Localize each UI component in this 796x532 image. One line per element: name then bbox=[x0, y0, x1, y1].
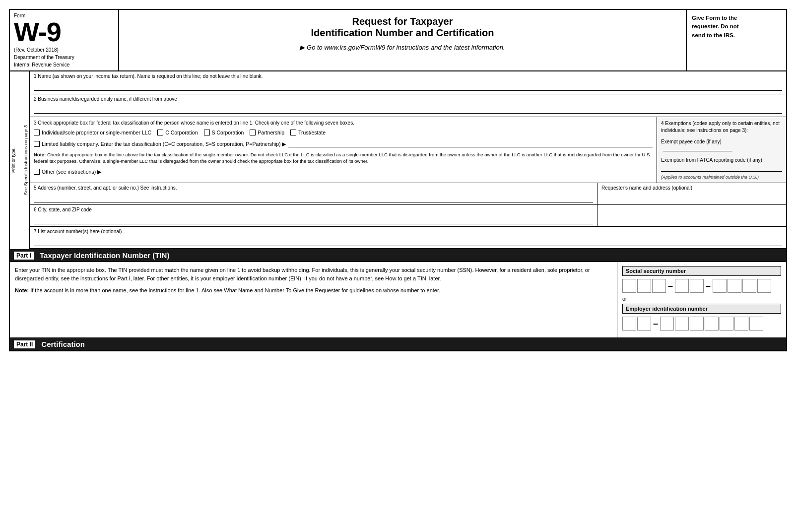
line3-label: 3 Check appropriate box for federal tax … bbox=[34, 120, 653, 126]
exemptions-panel: 4 Exemptions (codes apply only to certai… bbox=[657, 117, 786, 183]
dept: Department of the Treasury bbox=[14, 55, 114, 60]
individual-checkbox[interactable] bbox=[34, 130, 40, 135]
ein-cell-7[interactable] bbox=[720, 317, 733, 331]
part1-description: Enter your TIN in the appropriate box. T… bbox=[15, 266, 612, 282]
c-corp-label: C Corporation bbox=[165, 130, 198, 135]
exempt-payee-input[interactable] bbox=[663, 144, 732, 151]
llc-checkbox[interactable] bbox=[34, 141, 40, 147]
other-label: Other (see instructions) ▶ bbox=[42, 169, 101, 175]
c-corp-checkbox[interactable] bbox=[157, 130, 163, 135]
ein-cell-9[interactable] bbox=[749, 317, 763, 331]
ssn-cell-3[interactable] bbox=[652, 279, 666, 293]
header-right: Give Form to the requester. Do not send … bbox=[687, 10, 786, 70]
sidebar-label: Print or type.See Specific Instructions … bbox=[9, 123, 30, 198]
exempt-payee-label: Exempt payee code (if any) bbox=[661, 139, 722, 144]
ssn-cell-5[interactable] bbox=[690, 279, 704, 293]
form-w9: Form W-9 (Rev. October 2018) Department … bbox=[9, 9, 787, 351]
other-row: Other (see instructions) ▶ bbox=[34, 169, 653, 175]
line7-row: 7 List account number(s) here (optional) bbox=[30, 227, 786, 249]
ein-cell-6[interactable] bbox=[705, 317, 719, 331]
line2-input[interactable] bbox=[34, 105, 782, 114]
ssn-group2 bbox=[675, 279, 704, 293]
rev-date: (Rev. October 2018) bbox=[14, 47, 114, 53]
part1-left: Enter your TIN in the appropriate box. T… bbox=[10, 262, 617, 337]
ssn-dash2: – bbox=[706, 281, 711, 291]
line4-label: 4 Exemptions (codes apply only to certai… bbox=[661, 120, 782, 134]
part1-right: Social security number – – bbox=[617, 262, 786, 337]
ein-cell-1[interactable] bbox=[622, 317, 636, 331]
right-text-line2: requester. Do not bbox=[692, 23, 739, 29]
part1-body: Enter your TIN in the appropriate box. T… bbox=[10, 262, 786, 338]
ssn-cell-6[interactable] bbox=[713, 279, 727, 293]
line3-row: 3 Check appropriate box for federal tax … bbox=[30, 117, 786, 183]
sidebar-text-container: Print or type.See Specific Instructions … bbox=[10, 71, 29, 249]
form-body: Print or type.See Specific Instructions … bbox=[10, 71, 786, 249]
llc-row: Limited liability company. Enter the tax… bbox=[34, 140, 653, 147]
line6-label: 6 City, state, and ZIP code bbox=[34, 207, 593, 212]
part2-badge: Part II bbox=[14, 340, 35, 348]
line5-input[interactable] bbox=[34, 194, 593, 202]
ssn-grid: – – bbox=[622, 279, 781, 293]
ein-dash: – bbox=[653, 319, 658, 329]
ssn-cell-9[interactable] bbox=[757, 279, 771, 293]
line5-row: 5 Address (number, street, and apt. or s… bbox=[30, 183, 786, 205]
other-checkbox[interactable] bbox=[34, 169, 40, 175]
ein-cell-8[interactable] bbox=[734, 317, 748, 331]
s-corp-label: S Corporation bbox=[212, 130, 244, 135]
individual-label: Individual/sole proprietor or single-mem… bbox=[42, 130, 151, 135]
line2-label: 2 Business name/disregarded entity name,… bbox=[34, 96, 782, 102]
line1-input[interactable] bbox=[34, 82, 782, 91]
llc-note: Note: Check the appropriate box in the l… bbox=[34, 151, 653, 165]
s-corp-checkbox[interactable] bbox=[204, 130, 210, 135]
part1-title: Taxpayer Identification Number (TIN) bbox=[40, 251, 169, 260]
line7-label: 7 List account number(s) here (optional) bbox=[34, 229, 782, 234]
note-text1: Check the appropriate box in the line ab… bbox=[47, 152, 568, 157]
ein-grid: – bbox=[622, 317, 781, 331]
exempt-payee-row: Exempt payee code (if any) bbox=[661, 139, 782, 152]
ssn-cell-2[interactable] bbox=[637, 279, 651, 293]
line7-input[interactable] bbox=[34, 237, 782, 246]
ssn-label: Social security number bbox=[622, 266, 781, 276]
checkbox-trust: Trust/estate bbox=[290, 130, 326, 135]
right-text-line3: send to the IRS. bbox=[692, 32, 735, 38]
line3-left: 3 Check appropriate box for federal tax … bbox=[30, 117, 657, 183]
ein-cell-3[interactable] bbox=[660, 317, 674, 331]
line6-input[interactable] bbox=[34, 215, 593, 224]
ein-group2 bbox=[660, 317, 763, 331]
ein-cell-4[interactable] bbox=[675, 317, 689, 331]
ein-cell-5[interactable] bbox=[690, 317, 704, 331]
part1-note-bold: Note: bbox=[15, 287, 29, 293]
ssn-cell-1[interactable] bbox=[622, 279, 636, 293]
fatca-label-text: Exemption from FATCA reporting code (if … bbox=[661, 157, 762, 163]
fatca-input[interactable] bbox=[661, 165, 782, 172]
part1-header: Part I Taxpayer Identification Number (T… bbox=[10, 249, 786, 262]
form-header: Form W-9 (Rev. October 2018) Department … bbox=[10, 10, 786, 71]
part1-note-text: If the account is in more than one name,… bbox=[30, 287, 440, 293]
ssn-cell-7[interactable] bbox=[728, 279, 741, 293]
fatca-row: Exemption from FATCA reporting code (if … bbox=[661, 157, 782, 172]
checkbox-c-corp: C Corporation bbox=[157, 130, 198, 135]
part1-badge: Part I bbox=[14, 252, 34, 260]
line5-left: 5 Address (number, street, and apt. or s… bbox=[30, 183, 597, 204]
partnership-checkbox[interactable] bbox=[250, 130, 256, 135]
partnership-label: Partnership bbox=[258, 130, 284, 135]
line6-left: 6 City, state, and ZIP code bbox=[30, 205, 597, 226]
requester-address-area bbox=[597, 205, 786, 226]
part2-header: Part II Certification bbox=[10, 338, 786, 350]
irs-link: ▶ Go to www.irs.gov/FormW9 for instructi… bbox=[129, 44, 676, 51]
header-left: Form W-9 (Rev. October 2018) Department … bbox=[10, 10, 119, 70]
trust-checkbox[interactable] bbox=[290, 130, 296, 135]
checkbox-individual: Individual/sole proprietor or single-mem… bbox=[34, 130, 151, 135]
part2-title: Certification bbox=[41, 340, 85, 348]
line2-field: 2 Business name/disregarded entity name,… bbox=[30, 94, 786, 117]
ssn-cell-4[interactable] bbox=[675, 279, 689, 293]
ein-label: Employer identification number bbox=[622, 304, 781, 314]
note-not: not bbox=[568, 152, 575, 157]
line6-row: 6 City, state, and ZIP code bbox=[30, 205, 786, 227]
trust-label: Trust/estate bbox=[298, 130, 326, 135]
checkbox-s-corp: S Corporation bbox=[204, 130, 244, 135]
form-number: W-9 bbox=[14, 18, 114, 45]
ein-cell-2[interactable] bbox=[637, 317, 651, 331]
llc-input[interactable] bbox=[288, 140, 653, 147]
ssn-cell-8[interactable] bbox=[742, 279, 756, 293]
